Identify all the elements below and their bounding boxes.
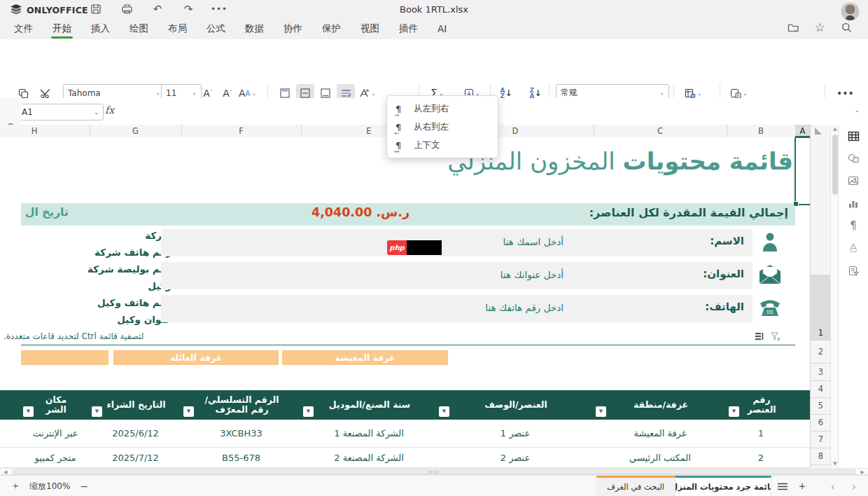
contact-row[interactable]: الهاتف: ادخل رقم هاتفك هنا bbox=[161, 295, 752, 322]
zoom-out-button[interactable]: − bbox=[78, 481, 90, 492]
insurance-label[interactable]: شركة bbox=[4, 227, 172, 244]
column-header[interactable]: A bbox=[795, 125, 810, 137]
column-filter-button[interactable]: ▼ bbox=[439, 406, 449, 417]
sheet-tab[interactable]: البحث في الغرف bbox=[596, 476, 675, 496]
row-header[interactable]: 3 bbox=[811, 363, 831, 381]
column-filter-button[interactable]: ▼ bbox=[729, 406, 739, 417]
summary-banner[interactable]: إجمالي القيمة المقدرة لكل العناصر: ر.س. … bbox=[21, 203, 795, 226]
menu-tab[interactable]: 绘图 bbox=[128, 21, 150, 38]
favorite-star-icon[interactable]: ☆ bbox=[812, 20, 827, 35]
column-header[interactable]: F bbox=[181, 125, 302, 137]
clear-slicer-filter-icon[interactable] bbox=[771, 332, 780, 341]
room-slicer-chip[interactable]: غرفة العائلة bbox=[113, 350, 279, 365]
table-cell[interactable]: 2025/7/12 bbox=[90, 448, 181, 467]
table-cell[interactable]: 2025/6/12 bbox=[90, 420, 181, 447]
table-cell[interactable]: عبر الإنترنت bbox=[21, 420, 90, 447]
text-art-settings-icon[interactable] bbox=[846, 241, 860, 255]
table-cell[interactable]: B55-678 bbox=[181, 448, 301, 467]
menu-tab[interactable]: 保护 bbox=[321, 21, 342, 38]
table-header-cell[interactable]: مكان الشر ▼ bbox=[21, 390, 90, 420]
table-cell[interactable]: متجر كمبيو bbox=[21, 448, 90, 467]
open-file-icon[interactable] bbox=[785, 20, 801, 35]
horizontal-scroll-thumb[interactable] bbox=[13, 469, 855, 474]
insurance-label[interactable]: رقم هاتف وكيل bbox=[4, 294, 172, 311]
filter-hint-text[interactable]: لتصفية قائمة Ctrl لتحديد قاعات متعددة. bbox=[4, 331, 172, 341]
table-cell[interactable]: الشركة المصنعة 1 bbox=[301, 420, 437, 447]
menu-tab[interactable]: 视图 bbox=[359, 21, 381, 38]
menu-tab[interactable]: 协作 bbox=[282, 21, 304, 38]
column-filter-button[interactable]: ▼ bbox=[23, 406, 34, 417]
menu-tab[interactable]: 数据 bbox=[244, 21, 265, 38]
table-header-cell[interactable]: التاريخ الشراء ▼ bbox=[90, 390, 181, 420]
paragraph-settings-icon[interactable]: ¶ bbox=[846, 219, 860, 233]
sheet-list-icon[interactable] bbox=[774, 476, 791, 496]
shape-settings-icon[interactable] bbox=[846, 151, 860, 165]
next-sheet-button[interactable]: › bbox=[846, 476, 862, 496]
menu-tab[interactable]: AI bbox=[436, 22, 448, 37]
insurance-label[interactable]: رقم هاتف شركة bbox=[4, 244, 172, 261]
table-cell[interactable]: 1 bbox=[727, 420, 795, 447]
table-cell[interactable]: المكتب الرئيسي bbox=[594, 448, 727, 467]
direction-menu-item[interactable]: ¶← 从右到左 bbox=[387, 118, 498, 136]
room-slicer-chip[interactable] bbox=[21, 350, 108, 365]
chart-settings-icon[interactable] bbox=[846, 196, 860, 210]
search-icon[interactable] bbox=[839, 20, 854, 35]
add-sheet-button[interactable]: ＋ bbox=[794, 476, 811, 496]
table-cell[interactable]: 3XCBH33 bbox=[181, 420, 301, 447]
menu-tab[interactable]: 布局 bbox=[167, 21, 188, 38]
column-header[interactable]: B bbox=[727, 125, 796, 137]
row-header[interactable]: 1 bbox=[811, 275, 831, 340]
fx-icon[interactable]: fx bbox=[105, 104, 114, 116]
more-actions-button[interactable]: ••• bbox=[211, 1, 227, 17]
table-cell[interactable]: غرفة المعيشة bbox=[594, 420, 727, 447]
prev-sheet-button[interactable]: ‹ bbox=[825, 476, 841, 496]
table-cell[interactable]: الشركة المصنعة 2 bbox=[301, 448, 437, 467]
table-header-cell[interactable]: سنة الصنع/الموديل ▼ bbox=[301, 390, 437, 420]
sheet-title[interactable]: قائمة محتويات المخزون المنزلي bbox=[238, 147, 793, 175]
menu-tab[interactable]: 开始 bbox=[51, 21, 73, 38]
user-avatar[interactable] bbox=[841, 2, 860, 21]
image-settings-icon[interactable] bbox=[846, 174, 860, 188]
redo-button[interactable]: ↷ bbox=[181, 1, 196, 17]
table-header-cell[interactable]: الرقم التسلسلي/ رقم المعرّف ▼ bbox=[181, 390, 301, 420]
undo-button[interactable]: ↶ bbox=[150, 1, 165, 17]
column-filter-button[interactable]: ▼ bbox=[183, 406, 194, 417]
column-filter-button[interactable]: ▼ bbox=[92, 406, 102, 417]
cell-name-box[interactable]: A1⌄ bbox=[17, 104, 104, 120]
cell-settings-icon[interactable] bbox=[846, 129, 860, 143]
insurance-label[interactable]: عنوان وكيل bbox=[4, 311, 172, 328]
table-header-cell[interactable]: غرفة/منطقة ▼ bbox=[594, 390, 727, 420]
envelope-icon[interactable] bbox=[757, 263, 783, 288]
menu-tab[interactable]: 插件 bbox=[398, 21, 419, 38]
horizontal-scrollbar[interactable]: ◀ ▶ bbox=[0, 468, 868, 475]
phone-icon[interactable] bbox=[757, 296, 783, 322]
row-header[interactable]: 4 bbox=[811, 380, 831, 398]
direction-menu-item[interactable]: ¶→ 从左到右 bbox=[387, 99, 498, 118]
vertical-scroll-thumb[interactable] bbox=[832, 135, 838, 195]
table-header-cell[interactable]: العنصر/الوصف ▼ bbox=[437, 390, 594, 420]
contact-row[interactable]: العنوان: أدخل عنوانك هنا bbox=[161, 262, 752, 289]
slicer-settings-icon[interactable] bbox=[846, 263, 860, 277]
row-header[interactable]: 6 bbox=[811, 414, 831, 432]
person-icon[interactable] bbox=[757, 229, 783, 254]
selected-cell-a1[interactable] bbox=[794, 137, 810, 205]
expand-formula-bar-icon[interactable]: ⌄ bbox=[854, 106, 860, 113]
table-row[interactable]: 2المكتب الرئيسيعنصر 2الشركة المصنعة 2B55… bbox=[0, 448, 810, 468]
row-header[interactable]: 2 bbox=[811, 340, 831, 364]
row-header[interactable]: 5 bbox=[811, 397, 831, 415]
row-header[interactable]: 8 bbox=[811, 448, 831, 465]
table-header-cell[interactable]: رقم العنصر ▼ bbox=[727, 390, 795, 420]
contact-row[interactable]: الاسم: أدخل اسمك هنا bbox=[161, 229, 752, 256]
insurance-label[interactable]: وكيل bbox=[4, 277, 172, 294]
slicer-list-icon[interactable] bbox=[755, 332, 764, 341]
column-filter-button[interactable]: ▼ bbox=[303, 406, 314, 417]
row-header[interactable]: 7 bbox=[811, 431, 831, 448]
column-header[interactable]: G bbox=[90, 125, 182, 137]
column-filter-button[interactable]: ▼ bbox=[596, 406, 606, 417]
print-button[interactable] bbox=[119, 1, 134, 17]
table-cell[interactable]: عنصر 1 bbox=[437, 420, 594, 447]
column-header[interactable]: H bbox=[0, 125, 90, 137]
direction-menu-item[interactable]: ¶↔ 上下文 bbox=[387, 136, 498, 154]
table-row[interactable]: 1غرفة المعيشةعنصر 1الشركة المصنعة 13XCBH… bbox=[0, 420, 810, 448]
save-button[interactable] bbox=[88, 1, 104, 17]
